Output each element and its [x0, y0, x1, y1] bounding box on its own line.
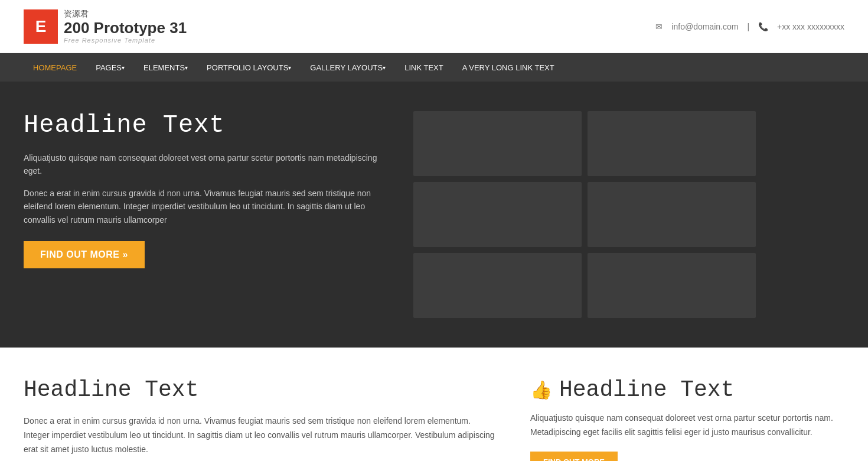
logo-text: 资源君 200 Prototype 31 Free Responsive Tem… [64, 9, 187, 44]
hero-left: Headline Text Aliquatjusto quisque nam c… [24, 111, 390, 268]
main-nav: HOMEPAGE PAGES ELEMENTS PORTFOLIO LAYOUT… [0, 53, 868, 82]
find-out-more-button[interactable]: FIND OUT MORE » [24, 241, 145, 268]
header-contact: info@domain.com | +xx xxx xxxxxxxxx [655, 22, 844, 31]
thumb-up-icon: 👍 [530, 379, 552, 400]
nav-item-homepage[interactable]: HOMEPAGE [24, 53, 86, 82]
mail-icon [655, 22, 663, 31]
bottom-right-headline: Headline Text [559, 377, 734, 402]
bottom-left: Headline Text Donec a erat in enim cursu… [24, 377, 495, 461]
hero-image-1 [413, 111, 582, 176]
hero-image-grid [413, 111, 756, 318]
hero-headline: Headline Text [24, 111, 390, 139]
header-phone: +xx xxx xxxxxxxxx [777, 22, 844, 31]
logo-chinese: 资源君 [64, 9, 89, 20]
hero-image-4 [588, 182, 756, 247]
nav-item-portfolio[interactable]: PORTFOLIO LAYOUTS [197, 53, 301, 82]
nav-item-pages[interactable]: PAGES [86, 53, 134, 82]
nav-item-link[interactable]: LINK TEXT [395, 53, 453, 82]
icon-headline-area: 👍 Headline Text [530, 377, 844, 402]
bottom-find-out-button[interactable]: FIND OUT MORE [530, 452, 618, 461]
hero-para2: Donec a erat in enim cursus gravida id n… [24, 187, 390, 226]
nav-item-elements[interactable]: ELEMENTS [134, 53, 197, 82]
hero-image-6 [588, 253, 756, 318]
logo-icon: E [24, 9, 58, 44]
phone-icon [758, 22, 768, 31]
bottom-section: Headline Text Donec a erat in enim cursu… [0, 348, 868, 461]
hero-section: Headline Text Aliquatjusto quisque nam c… [0, 82, 868, 348]
hero-image-3 [413, 182, 582, 247]
hero-image-5 [413, 253, 582, 318]
bottom-left-headline: Headline Text [24, 377, 495, 402]
header-email: info@domain.com [671, 22, 738, 31]
bottom-right: 👍 Headline Text Aliquatjusto quisque nam… [530, 377, 844, 461]
nav-item-gallery[interactable]: GALLERY LAYOUTS [301, 53, 395, 82]
bottom-left-body: Donec a erat in enim cursus gravida id n… [24, 414, 495, 456]
header: E 资源君 200 Prototype 31 Free Responsive T… [0, 0, 868, 53]
nav-item-long-link[interactable]: A VERY LONG LINK TEXT [453, 53, 564, 82]
logo-area: E 资源君 200 Prototype 31 Free Responsive T… [24, 9, 187, 44]
bottom-right-body: Aliquatjusto quisque nam consequat dolor… [530, 411, 844, 440]
logo-title: 200 Prototype 31 [64, 20, 187, 37]
logo-subtitle: Free Responsive Template [64, 37, 187, 44]
hero-para1: Aliquatjusto quisque nam consequat dolor… [24, 151, 390, 178]
header-divider: | [747, 22, 749, 31]
hero-image-2 [588, 111, 756, 176]
